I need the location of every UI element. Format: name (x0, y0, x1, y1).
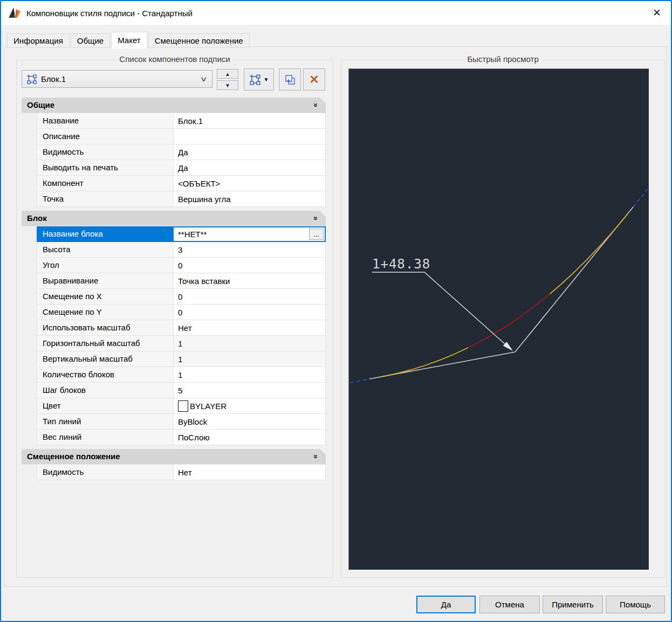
property-label: Смещение по X (37, 289, 174, 305)
section-rows-block: Название блока**НЕТ**...Высота3Угол0Выра… (22, 226, 326, 445)
property-row[interactable]: Вертикальный масштаб1 (22, 351, 326, 367)
property-label: Высота (37, 242, 174, 258)
section-header-general[interactable]: Общие » (22, 98, 326, 113)
property-row[interactable]: НазваниеБлок.1 (22, 113, 326, 129)
close-button[interactable]: ✕ (647, 4, 667, 21)
property-row[interactable]: Высота3 (22, 242, 326, 258)
property-value[interactable]: **НЕТ**... (174, 226, 326, 242)
property-value[interactable]: 0 (174, 258, 326, 273)
property-value[interactable]: BYLAYER (174, 398, 326, 414)
spiral-segment-in (381, 348, 468, 377)
collapse-chevron-icon: » (308, 454, 324, 459)
property-grid: Общие » НазваниеБлок.1ОписаниеВидимостьД… (22, 98, 326, 480)
property-row[interactable]: Название блока**НЕТ**... (22, 226, 326, 242)
property-label: Компонент (37, 176, 174, 191)
reorder-controls: ▲ ▼ (217, 69, 238, 90)
section-header-dragged-state[interactable]: Смещенное положение » (22, 449, 326, 464)
property-value-text: Точка вставки (178, 274, 230, 288)
property-value[interactable]: Нет (174, 465, 326, 480)
section-title: Смещенное положение (27, 452, 120, 461)
row-indent (22, 383, 37, 398)
tab-dragged-state[interactable]: Смещенное положение (148, 33, 250, 48)
help-button[interactable]: Помощь (606, 596, 665, 613)
delete-component-button[interactable]: ✕ (303, 68, 325, 91)
property-label: Смещение по Y (37, 305, 174, 320)
property-row[interactable]: ТочкаВершина угла (22, 191, 326, 207)
property-value[interactable]: Точка вставки (174, 273, 326, 289)
row-indent (22, 465, 37, 480)
tangent-extension-right (633, 188, 649, 207)
row-indent (22, 176, 37, 191)
add-component-button[interactable]: ▼ (244, 68, 274, 91)
apply-button[interactable]: Применить (543, 596, 603, 613)
property-row[interactable]: ВидимостьДа (22, 144, 326, 160)
property-value[interactable]: 1 (174, 351, 326, 367)
property-value-text: 0 (178, 305, 182, 320)
property-value[interactable]: <ОБЪЕКТ> (174, 176, 326, 191)
property-value[interactable]: Да (174, 144, 326, 160)
titlebar[interactable]: Компоновщик стиля подписи - Стандартный … (1, 1, 671, 25)
property-value-text: 0 (178, 289, 182, 304)
property-value[interactable]: 5 (174, 383, 326, 398)
property-row[interactable]: ВыравниваниеТочка вставки (22, 273, 326, 289)
row-indent (22, 320, 37, 336)
ok-button[interactable]: Да (416, 596, 476, 613)
property-value[interactable]: Блок.1 (174, 113, 326, 129)
chevron-down-icon: ∨ (200, 75, 208, 83)
property-row[interactable]: Компонент<ОБЪЕКТ> (22, 176, 326, 191)
browse-button[interactable]: ... (309, 229, 324, 240)
property-value-text: 1 (178, 336, 182, 351)
cancel-button[interactable]: Отмена (479, 596, 540, 613)
move-up-button[interactable]: ▲ (217, 69, 238, 79)
property-row[interactable]: Вес линийПоСлою (22, 430, 326, 445)
property-row[interactable]: Смещение по Y0 (22, 305, 326, 320)
property-row[interactable]: ЦветBYLAYER (22, 398, 326, 414)
property-row[interactable]: Горизонтальный масштаб1 (22, 336, 326, 351)
section-header-block[interactable]: Блок » (22, 211, 326, 226)
property-value[interactable]: 0 (174, 305, 326, 320)
property-value-text: Нет (178, 321, 192, 335)
property-row[interactable]: Описание (22, 129, 326, 144)
property-row[interactable]: Выводить на печатьДа (22, 160, 326, 176)
property-row[interactable]: Шаг блоков5 (22, 383, 326, 398)
property-row[interactable]: Использовать масштабНет (22, 320, 326, 336)
section-title: Общие (27, 100, 54, 109)
move-down-button[interactable]: ▼ (217, 80, 238, 90)
property-value[interactable]: Да (174, 160, 326, 176)
property-label: Использовать масштаб (37, 320, 174, 336)
tabstrip: Информация Общие Макет Смещенное положен… (7, 31, 251, 48)
property-value[interactable]: 1 (174, 367, 326, 383)
tab-information[interactable]: Информация (7, 33, 70, 48)
property-row[interactable]: Смещение по X0 (22, 289, 326, 305)
property-row[interactable]: Количество блоков1 (22, 367, 326, 383)
tab-general[interactable]: Общие (71, 33, 110, 48)
section-block: Блок » Название блока**НЕТ**...Высота3Уг… (22, 211, 326, 445)
tab-layout[interactable]: Макет (111, 32, 147, 49)
property-value[interactable]: 3 (174, 242, 326, 258)
property-value[interactable]: Вершина угла (174, 191, 326, 207)
property-label: Шаг блоков (37, 383, 174, 398)
property-value[interactable]: 1 (174, 336, 326, 351)
property-value[interactable]: ByBlock (174, 414, 326, 430)
section-title: Блок (27, 213, 47, 223)
component-selector-value: Блок.1 (41, 74, 201, 84)
property-row[interactable]: Угол0 (22, 258, 326, 273)
property-value[interactable]: Нет (174, 320, 326, 336)
row-indent (22, 336, 37, 351)
property-row[interactable]: ВидимостьНет (22, 465, 326, 480)
preview-canvas: 1+48.38 (348, 68, 649, 570)
copy-component-button[interactable] (279, 68, 301, 91)
property-value-text: BYLAYER (190, 399, 227, 413)
property-value[interactable]: ПоСлою (174, 430, 326, 445)
row-indent (22, 367, 37, 383)
property-value-text: <ОБЪЕКТ> (178, 176, 220, 191)
collapse-chevron-icon: » (308, 216, 324, 220)
row-indent (22, 398, 37, 414)
property-value[interactable] (174, 129, 326, 144)
property-label: Выравнивание (37, 273, 174, 289)
alignment-tangent-lines (369, 207, 633, 379)
property-row[interactable]: Тип линийByBlock (22, 414, 326, 430)
section-rows-dragged-state: ВидимостьНет (22, 464, 326, 480)
property-value[interactable]: 0 (174, 289, 326, 305)
component-selector[interactable]: Блок.1 ∨ (22, 70, 212, 88)
